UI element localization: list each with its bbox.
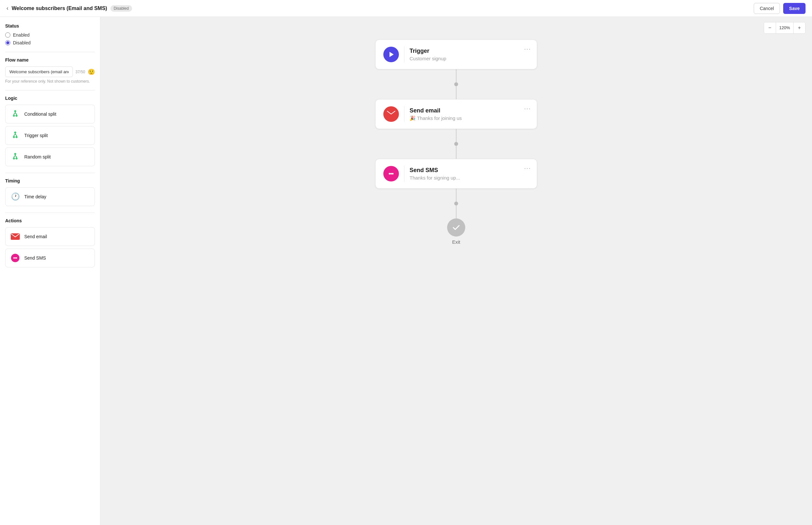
- status-badge: Disabled: [110, 5, 132, 12]
- sms-icon: [10, 253, 20, 263]
- logic-section: Logic Conditional split: [5, 95, 95, 166]
- send-sms-label: Send SMS: [24, 255, 46, 260]
- flow-name-section: Flow name 37/50 🙂 For your reference onl…: [5, 57, 95, 84]
- play-icon: [388, 51, 395, 58]
- status-enabled[interactable]: Enabled: [5, 32, 95, 38]
- send-email-label: Send email: [24, 234, 47, 239]
- status-section: Status Enabled Disabled: [5, 23, 95, 45]
- sms-node-content: Send SMS Thanks for signing up...: [409, 167, 529, 180]
- check-icon: [452, 223, 461, 232]
- split-svg: [11, 110, 19, 118]
- zoom-out-button[interactable]: −: [764, 22, 776, 33]
- disabled-label: Disabled: [13, 40, 30, 45]
- connector-1: [454, 69, 458, 99]
- connector-dot-1: [454, 82, 458, 86]
- svg-point-18: [390, 173, 392, 175]
- email-svg: [11, 233, 20, 240]
- emoji-button[interactable]: 🙂: [88, 69, 95, 75]
- divider-3: [5, 173, 95, 173]
- connector-line-2b: [456, 146, 456, 159]
- connector-dot-exit: [454, 201, 458, 206]
- logic-title: Logic: [5, 95, 95, 101]
- status-title: Status: [5, 23, 95, 29]
- sidebar-item-send-sms[interactable]: Send SMS: [5, 249, 95, 267]
- enabled-label: Enabled: [13, 32, 30, 38]
- timing-section: Timing 🕐 Time delay: [5, 178, 95, 206]
- svg-point-11: [13, 257, 15, 259]
- trigger-content: Trigger Customer signup: [409, 48, 529, 61]
- svg-marker-14: [390, 52, 394, 57]
- connector-dot-2: [454, 142, 458, 146]
- flow-name-input[interactable]: [5, 66, 73, 77]
- trigger-split-icon: [10, 130, 20, 141]
- trigger-title: Trigger: [409, 48, 529, 55]
- svg-point-12: [15, 257, 16, 259]
- exit-label: Exit: [452, 239, 460, 245]
- trigger-node[interactable]: Trigger Customer signup ···: [375, 40, 537, 69]
- email-node-title: Send email: [409, 107, 529, 114]
- connector-line-exit-b: [456, 206, 456, 219]
- conditional-split-icon: [10, 109, 20, 119]
- split-svg-2: [11, 132, 19, 139]
- email-more-button[interactable]: ···: [524, 105, 531, 112]
- page-title: Welcome subscribers (Email and SMS): [12, 5, 107, 11]
- trigger-more-button[interactable]: ···: [524, 46, 531, 52]
- clock-icon: 🕐: [10, 192, 20, 202]
- divider-1: [5, 52, 95, 52]
- status-disabled[interactable]: Disabled: [5, 40, 95, 45]
- sms-more-button[interactable]: ···: [524, 165, 531, 172]
- timing-title: Timing: [5, 178, 95, 183]
- random-split-label: Random split: [24, 154, 51, 160]
- sidebar-item-random-split[interactable]: Random split: [5, 148, 95, 166]
- zoom-controls: − 120% +: [764, 22, 806, 34]
- send-email-node[interactable]: Send email 🎉 Thanks for joining us ···: [375, 99, 537, 129]
- node-divider-2: [404, 106, 404, 122]
- email-node-icon: [383, 106, 399, 122]
- exit-node: Exit: [447, 219, 465, 245]
- connector-line-1b: [456, 86, 456, 99]
- sms-svg: [11, 254, 19, 262]
- trigger-split-label: Trigger split: [24, 133, 48, 138]
- save-button[interactable]: Save: [783, 3, 806, 14]
- connector-line-2: [456, 129, 456, 142]
- node-divider: [404, 46, 404, 62]
- status-radio-group: Enabled Disabled: [5, 32, 95, 45]
- divider-2: [5, 90, 95, 90]
- sidebar-item-trigger-split[interactable]: Trigger split: [5, 126, 95, 145]
- email-node-content: Send email 🎉 Thanks for joining us: [409, 107, 529, 121]
- zoom-in-button[interactable]: +: [794, 22, 805, 33]
- trigger-icon: [383, 47, 399, 62]
- email-icon: [10, 231, 20, 242]
- enabled-radio[interactable]: [5, 32, 10, 38]
- email-node-svg: [387, 111, 395, 117]
- divider-4: [5, 213, 95, 213]
- svg-point-13: [16, 257, 17, 259]
- actions-section: Actions Send email: [5, 218, 95, 267]
- back-button[interactable]: ‹: [6, 5, 9, 12]
- node-divider-3: [404, 166, 404, 182]
- connector-line-1: [456, 69, 456, 82]
- random-split-icon: [10, 152, 20, 162]
- sidebar-item-time-delay[interactable]: 🕐 Time delay: [5, 187, 95, 206]
- char-count: 37/50: [75, 70, 85, 74]
- sms-node-svg: [386, 169, 396, 179]
- flow-name-hint: For your reference only. Not shown to cu…: [5, 79, 95, 84]
- sms-node-subtitle: Thanks for signing up...: [409, 175, 529, 180]
- send-sms-node[interactable]: Send SMS Thanks for signing up... ···: [375, 159, 537, 189]
- header-left: ‹ Welcome subscribers (Email and SMS) Di…: [6, 5, 132, 12]
- sms-node-title: Send SMS: [409, 167, 529, 174]
- sidebar-item-conditional-split[interactable]: Conditional split: [5, 105, 95, 123]
- connector-exit: [454, 189, 458, 219]
- sms-node-icon: [383, 166, 399, 181]
- email-node-subtitle: 🎉 Thanks for joining us: [409, 115, 529, 121]
- trigger-subtitle: Customer signup: [409, 56, 529, 61]
- flow-nodes: Trigger Customer signup ···: [375, 40, 537, 264]
- sidebar: Status Enabled Disabled Flow name 37/50 …: [0, 17, 100, 525]
- flow-name-title: Flow name: [5, 57, 95, 62]
- cancel-button[interactable]: Cancel: [754, 3, 780, 14]
- split-svg-3: [11, 153, 19, 161]
- conditional-split-label: Conditional split: [24, 111, 56, 117]
- disabled-radio[interactable]: [5, 40, 10, 45]
- sidebar-item-send-email[interactable]: Send email: [5, 227, 95, 246]
- main-layout: Status Enabled Disabled Flow name 37/50 …: [0, 17, 812, 525]
